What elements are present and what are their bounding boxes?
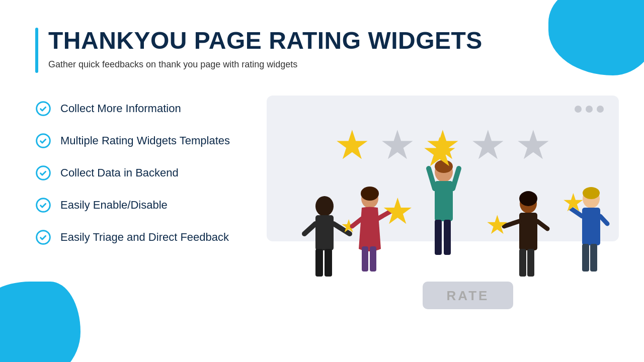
check-circle-icon-3 [35, 165, 51, 181]
svg-rect-25 [444, 220, 451, 255]
svg-point-15 [361, 187, 379, 201]
feature-item-1: Collect More Information [35, 101, 247, 117]
feature-item-2: Multiple Rating Widgets Templates [35, 133, 247, 149]
svg-line-12 [304, 224, 315, 234]
svg-text:RATE: RATE [447, 288, 490, 303]
svg-rect-31 [519, 213, 537, 250]
svg-text:★: ★ [562, 189, 585, 217]
svg-rect-24 [435, 220, 442, 255]
svg-rect-39 [582, 208, 600, 245]
feature-text-2: Multiple Rating Widgets Templates [60, 134, 230, 147]
feature-list: Collect More Information Multiple Rating… [35, 96, 247, 245]
svg-rect-17 [370, 246, 376, 272]
feature-item-4: Easily Enable/Disable [35, 197, 247, 213]
svg-rect-8 [315, 215, 334, 250]
svg-point-7 [315, 196, 334, 216]
svg-rect-10 [325, 249, 332, 277]
header-accent-bar [35, 28, 38, 73]
widget-area: ★ ★ ★ ★ ★ RATE [267, 96, 609, 317]
svg-rect-23 [435, 181, 453, 221]
page-title: THANKYOU PAGE RATING WIDGETS [48, 28, 482, 54]
page-subtitle: Gather quick feedbacks on thank you page… [48, 59, 482, 70]
header: THANKYOU PAGE RATING WIDGETS Gather quic… [35, 28, 609, 73]
check-circle-icon-1 [35, 101, 51, 117]
check-circle-icon-2 [35, 133, 51, 149]
svg-rect-41 [590, 244, 597, 272]
check-circle-icon-5 [35, 229, 51, 245]
check-circle-icon-4 [35, 197, 51, 213]
svg-rect-40 [582, 244, 589, 272]
svg-line-43 [600, 216, 607, 224]
svg-rect-16 [362, 246, 368, 272]
feature-item-3: Collect Data in Backend [35, 165, 247, 181]
svg-rect-32 [519, 249, 526, 277]
illustration-scene: RATE ★ [267, 96, 644, 327]
feature-text-4: Easily Enable/Disable [60, 199, 168, 212]
svg-text:★: ★ [486, 210, 509, 239]
svg-point-30 [519, 191, 537, 206]
svg-line-35 [537, 221, 547, 229]
feature-text-5: Easily Triage and Direct Feedback [60, 231, 229, 244]
svg-rect-9 [315, 249, 323, 277]
svg-rect-33 [527, 249, 534, 277]
feature-text-1: Collect More Information [60, 102, 181, 115]
feature-item-5: Easily Triage and Direct Feedback [35, 229, 247, 245]
feature-text-3: Collect Data in Backend [60, 166, 179, 179]
svg-text:★: ★ [381, 191, 414, 231]
main-area: Collect More Information Multiple Rating… [35, 96, 609, 342]
svg-text:★: ★ [422, 130, 458, 174]
svg-point-38 [583, 187, 600, 199]
